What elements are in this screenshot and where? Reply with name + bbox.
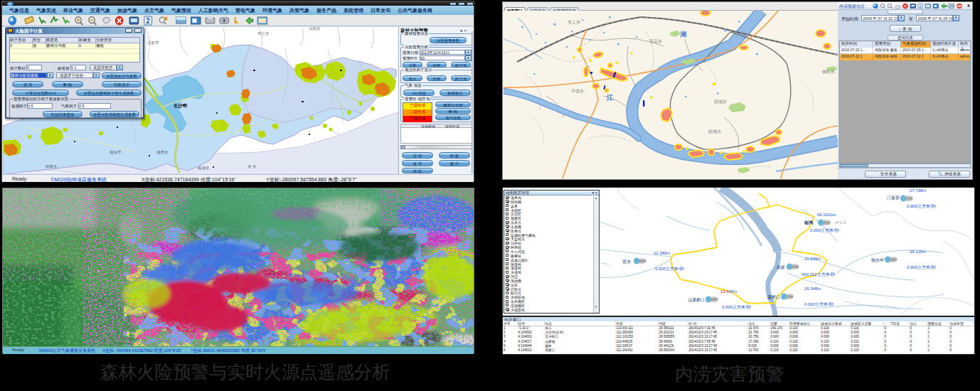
- svg-text:江: 江: [606, 94, 613, 101]
- svg-text:430.312立方米/秒: 430.312立方米/秒: [801, 272, 835, 277]
- svg-text:汨罗市: 汨罗市: [147, 41, 159, 45]
- svg-text:圆城乡: 圆城乡: [714, 100, 727, 105]
- svg-text:考上乡: 考上乡: [568, 20, 580, 25]
- svg-text:长沙市: 长沙市: [173, 103, 188, 109]
- svg-text:平江县: 平江县: [257, 31, 270, 36]
- svg-text:乌溪桥口: 乌溪桥口: [688, 297, 705, 303]
- svg-text:湘: 湘: [680, 31, 686, 38]
- svg-text:21.549m: 21.549m: [804, 257, 821, 261]
- svg-text:13.460m: 13.460m: [720, 289, 737, 294]
- svg-text:资水: 资水: [622, 259, 631, 264]
- svg-text:0.000立方米/秒: 0.000立方米/秒: [804, 301, 833, 307]
- svg-text:0.006立方米/秒: 0.006立方米/秒: [722, 304, 751, 310]
- svg-text:株洲县: 株洲县: [197, 166, 210, 171]
- svg-text:湘乡市: 湘乡市: [110, 150, 122, 155]
- svg-text:→#*2.8: →#*2.8: [831, 220, 846, 225]
- svg-text:12.380m: 12.380m: [654, 251, 670, 255]
- svg-text:湘潭县: 湘潭县: [156, 150, 169, 155]
- svg-text:圆城乡: 圆城乡: [708, 129, 721, 134]
- svg-text:拖东中: 拖东中: [870, 257, 884, 262]
- svg-text:0.000立方米/秒: 0.000立方米/秒: [810, 227, 839, 233]
- svg-text:26.126m: 26.126m: [910, 250, 926, 254]
- svg-text:坪塘乡: 坪塘乡: [571, 88, 584, 94]
- svg-text:临鸿: 临鸿: [804, 220, 813, 225]
- svg-text:黄花乡: 黄花乡: [649, 39, 662, 44]
- svg-text:双峰县: 双峰县: [45, 164, 58, 168]
- svg-text:0.000立方米/秒: 0.000立方米/秒: [655, 266, 684, 272]
- svg-text:易家: 易家: [777, 264, 785, 270]
- svg-text:2: 2: [920, 4, 922, 9]
- svg-text:65.1610m: 65.1610m: [817, 213, 836, 217]
- svg-text:康桥口: 康桥口: [767, 294, 780, 300]
- svg-text:0.000立方米/秒: 0.000立方米/秒: [907, 203, 936, 209]
- svg-text:16.348m: 16.348m: [804, 286, 821, 291]
- svg-text:0.000立方米/秒: 0.000立方米/秒: [907, 264, 936, 270]
- svg-text:2: 2: [147, 17, 150, 26]
- svg-text:攸 县: 攸 县: [247, 164, 257, 168]
- svg-text:钢铁乡: 钢铁乡: [821, 69, 835, 74]
- svg-text:27.798m: 27.798m: [910, 188, 926, 193]
- svg-text:汀嘉荟: 汀嘉荟: [887, 195, 900, 200]
